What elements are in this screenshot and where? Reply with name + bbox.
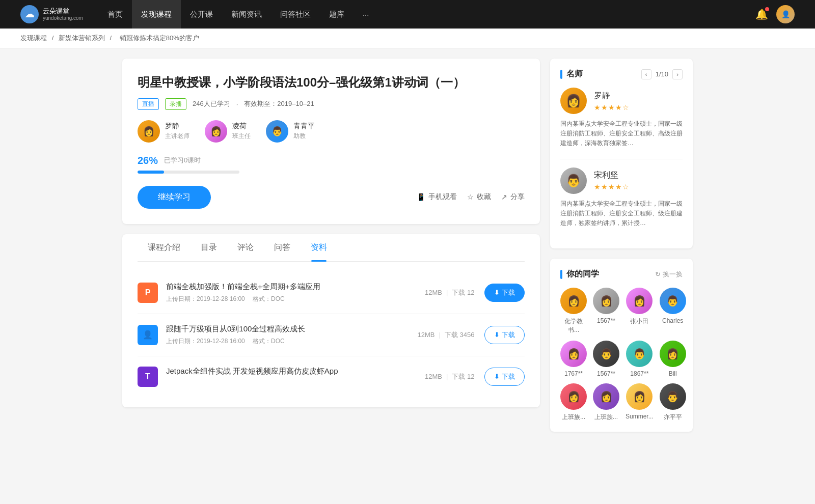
resource-meta-2: 上传日期：2019-12-28 16:00 格式：DOC xyxy=(166,337,417,346)
nav-item-courses[interactable]: 发现课程 xyxy=(132,0,181,29)
refresh-button[interactable]: ↻ 换一换 xyxy=(655,270,683,279)
classmate-name-5: 1767** xyxy=(564,370,583,377)
resource-icon-1: P xyxy=(138,283,158,303)
classmate-img-2: 👩 xyxy=(593,288,619,314)
resource-downloads-2: 下载 3456 xyxy=(445,330,475,340)
mobile-watch-button[interactable]: 📱 手机观看 xyxy=(417,192,457,202)
classmate-name-2: 1567** xyxy=(597,317,615,324)
tabs-header: 课程介绍 目录 评论 问答 资料 xyxy=(138,234,525,262)
classmate-img-3: 👩 xyxy=(626,288,653,314)
teacher-name-3: 青青平 xyxy=(293,122,315,131)
resource-stats-1: 12MB | 下载 12 xyxy=(425,288,474,297)
teacher-avatar-3: 👨 xyxy=(266,120,288,143)
progress-header: 26% 已学习0课时 xyxy=(138,155,525,166)
teacher-info-1: 罗静 主讲老师 xyxy=(165,122,189,141)
nav-item-qa[interactable]: 问答社区 xyxy=(271,0,320,29)
sidebar-teacher-info-1: 罗静 ★★★★☆ xyxy=(594,91,683,111)
teachers-card-title: 名师 xyxy=(560,69,583,79)
resource-icon-2: 👤 xyxy=(138,325,158,345)
classmate-name-1: 化学教书... xyxy=(560,317,587,334)
nav-item-open[interactable]: 公开课 xyxy=(181,0,222,29)
bell-icon[interactable]: 🔔 xyxy=(755,8,768,20)
teacher-role-1: 主讲老师 xyxy=(165,132,189,141)
teacher-avatar-2: 👩 xyxy=(205,120,227,143)
classmate-4: 👨 Charles xyxy=(660,288,686,334)
breadcrumb-item-2[interactable]: 新媒体营销系列 xyxy=(59,34,105,42)
resource-size-1: 12MB xyxy=(425,289,442,296)
classmate-avatar-11: 👩 xyxy=(626,383,653,410)
teachers-prev-button[interactable]: ‹ xyxy=(641,69,651,79)
sidebar: 名师 ‹ 1/10 › 👩 罗静 ★★★★☆ xyxy=(550,59,693,442)
sidebar-teacher-desc-1: 国内某重点大学安全工程专业硕士，国家一级注册消防工程师、注册安全工程师、高级注册… xyxy=(560,119,683,149)
classmate-avatar-10: 👩 xyxy=(593,383,619,410)
resource-item-1: P 前端全栈加强版！前端全栈+全周期+多端应用 上传日期：2019-12-28 … xyxy=(138,272,525,314)
classmate-9: 👩 上班族... xyxy=(560,383,587,422)
resource-format-1: 格式：DOC xyxy=(253,295,285,302)
tab-intro[interactable]: 课程介绍 xyxy=(138,234,191,261)
stat-sep-2: | xyxy=(439,331,440,339)
nav-item-home[interactable]: 首页 xyxy=(98,0,132,29)
teacher-avatar-img-3: 👨 xyxy=(266,120,288,143)
classmates-header: 你的同学 ↻ 换一换 xyxy=(560,269,683,279)
resource-icon-label-3: T xyxy=(145,372,150,381)
nav-right: 🔔 👤 xyxy=(755,5,795,23)
teacher-info-2: 凌荷 班主任 xyxy=(232,122,251,141)
tabs-section: 课程介绍 目录 评论 问答 资料 P 前端全栈加强版！前端全栈+全周期+多端应用… xyxy=(122,234,540,407)
continue-study-button[interactable]: 继续学习 xyxy=(138,186,211,209)
classmate-avatar-12: 👨 xyxy=(660,383,686,410)
classmate-img-4: 👨 xyxy=(660,288,686,314)
classmate-avatar-5: 👩 xyxy=(560,341,587,367)
famous-teachers-card: 名师 ‹ 1/10 › 👩 罗静 ★★★★☆ xyxy=(550,59,693,248)
classmate-name-12: 亦平平 xyxy=(664,413,682,422)
nav-item-exam[interactable]: 题库 xyxy=(320,0,354,29)
classmate-8: 👩 Bill xyxy=(660,341,686,377)
tab-resources[interactable]: 资料 xyxy=(301,234,337,261)
nav-item-news[interactable]: 新闻资讯 xyxy=(222,0,271,29)
sidebar-teacher-row-1: 👩 罗静 ★★★★☆ xyxy=(560,88,683,114)
resource-size-2: 12MB xyxy=(417,331,434,339)
tab-catalog[interactable]: 目录 xyxy=(191,234,227,261)
resource-icon-3: T xyxy=(138,367,158,387)
teachers-pagination: ‹ 1/10 › xyxy=(641,69,683,79)
download-button-3[interactable]: ⬇ 下载 xyxy=(484,368,525,386)
meta-dot: · xyxy=(236,100,238,108)
teachers-next-button[interactable]: › xyxy=(672,69,683,79)
logo[interactable]: ☁ 云朵课堂 yundoketang.com xyxy=(20,5,83,23)
tab-review[interactable]: 评论 xyxy=(227,234,264,261)
resource-info-2: 跟随千万级项目从0到100全过程高效成长 上传日期：2019-12-28 16:… xyxy=(166,324,417,346)
tab-qa[interactable]: 问答 xyxy=(264,234,301,261)
classmates-grid: 👩 化学教书... 👩 1567** 👩 张小田 xyxy=(560,288,683,422)
resource-meta-1: 上传日期：2019-12-28 16:00 格式：DOC xyxy=(166,295,425,303)
teacher-info-3: 青青平 助教 xyxy=(293,122,315,141)
course-title: 明星中教授课，小学阶段语法100分–强化级第1讲动词（一） xyxy=(138,74,525,91)
teachers-page-info: 1/10 xyxy=(656,70,668,78)
classmate-10: 👩 上班族... xyxy=(593,383,619,422)
classmate-avatar-1: 👩 xyxy=(560,288,587,314)
classmate-name-6: 1567** xyxy=(597,370,615,377)
navbar: ☁ 云朵课堂 yundoketang.com 首页 发现课程 公开课 新闻资讯 … xyxy=(0,0,815,29)
sidebar-teacher-row-2: 👨 宋利坚 ★★★★☆ xyxy=(560,167,683,194)
breadcrumb-sep-1: / xyxy=(52,34,56,42)
user-avatar-nav[interactable]: 👤 xyxy=(776,5,795,23)
sidebar-teacher-avatar-1: 👩 xyxy=(560,88,587,114)
classmates-card: 你的同学 ↻ 换一换 👩 化学教书... 👩 1567** xyxy=(550,259,693,432)
nav-item-more[interactable]: ··· xyxy=(354,0,378,29)
collect-button[interactable]: ☆ 收藏 xyxy=(467,192,491,202)
stat-sep-3: | xyxy=(446,373,448,380)
breadcrumb-item-1[interactable]: 发现课程 xyxy=(20,34,47,42)
share-button[interactable]: ↗ 分享 xyxy=(501,192,525,202)
classmate-img-1: 👩 xyxy=(560,288,587,314)
breadcrumb-sep-2: / xyxy=(110,34,113,42)
resource-title-2: 跟随千万级项目从0到100全过程高效成长 xyxy=(166,324,417,334)
classmate-img-7: 👨 xyxy=(626,341,653,367)
download-button-1[interactable]: ⬇ 下载 xyxy=(484,284,525,302)
sidebar-teacher-stars-1: ★★★★☆ xyxy=(594,103,683,111)
progress-label: 已学习0课时 xyxy=(164,156,201,165)
download-button-2[interactable]: ⬇ 下载 xyxy=(484,326,525,344)
classmate-avatar-7: 👨 xyxy=(626,341,653,367)
sidebar-teacher-1: 👩 罗静 ★★★★☆ 国内某重点大学安全工程专业硕士，国家一级注册消防工程师、注… xyxy=(560,88,683,149)
classmate-1: 👩 化学教书... xyxy=(560,288,587,334)
course-card: 明星中教授课，小学阶段语法100分–强化级第1讲动词（一） 直播 录播 246人… xyxy=(122,59,540,224)
breadcrumb: 发现课程 / 新媒体营销系列 / 销冠修炼术搞定80%的客户 xyxy=(0,29,815,48)
classmate-img-12: 👨 xyxy=(660,383,686,410)
